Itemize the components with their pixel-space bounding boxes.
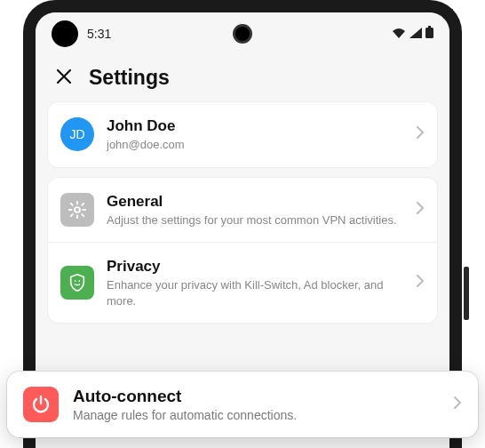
chevron-right-icon bbox=[416, 201, 425, 219]
battery-icon bbox=[425, 26, 433, 42]
shield-icon bbox=[60, 266, 94, 300]
general-text: General Adjust the settings for your mos… bbox=[107, 192, 403, 228]
autoconnect-text: Auto-connect Manage rules for automatic … bbox=[73, 386, 439, 423]
general-row[interactable]: General Adjust the settings for your mos… bbox=[48, 178, 437, 243]
status-avatar-icon bbox=[52, 20, 78, 47]
svg-point-3 bbox=[75, 281, 76, 283]
profile-card: JD John Doe john@doe.com bbox=[48, 102, 437, 167]
chevron-right-icon bbox=[416, 274, 425, 292]
svg-point-2 bbox=[75, 207, 80, 212]
svg-rect-0 bbox=[425, 28, 433, 38]
phone-side-button bbox=[464, 267, 469, 320]
profile-name: John Doe bbox=[107, 116, 403, 136]
gear-icon bbox=[60, 193, 94, 227]
general-subtitle: Adjust the settings for your most common… bbox=[107, 212, 403, 228]
camera-notch-icon bbox=[233, 24, 252, 44]
avatar-initials: JD bbox=[69, 127, 84, 141]
autoconnect-row[interactable]: Auto-connect Manage rules for automatic … bbox=[7, 372, 478, 437]
autoconnect-title: Auto-connect bbox=[73, 386, 439, 407]
status-right bbox=[392, 26, 433, 42]
privacy-row[interactable]: Privacy Enhance your privacy with Kill-S… bbox=[48, 242, 437, 323]
wifi-icon bbox=[392, 26, 406, 42]
page-title: Settings bbox=[89, 66, 170, 90]
svg-point-4 bbox=[78, 281, 80, 283]
chevron-right-icon bbox=[453, 396, 462, 413]
signal-icon bbox=[409, 26, 422, 42]
status-time: 5:31 bbox=[87, 27, 111, 41]
power-icon bbox=[23, 387, 59, 422]
profile-text: John Doe john@doe.com bbox=[107, 116, 403, 153]
avatar: JD bbox=[60, 117, 94, 151]
privacy-text: Privacy Enhance your privacy with Kill-S… bbox=[107, 257, 403, 308]
settings-card: General Adjust the settings for your mos… bbox=[48, 178, 437, 324]
svg-rect-1 bbox=[428, 26, 431, 28]
general-title: General bbox=[107, 192, 403, 212]
settings-list: JD John Doe john@doe.com bbox=[36, 102, 449, 323]
page-header: Settings bbox=[36, 50, 449, 102]
autoconnect-subtitle: Manage rules for automatic connections. bbox=[73, 407, 439, 423]
chevron-right-icon bbox=[416, 125, 425, 143]
privacy-subtitle: Enhance your privacy with Kill-Switch, A… bbox=[107, 277, 403, 308]
profile-email: john@doe.com bbox=[107, 137, 403, 153]
privacy-title: Privacy bbox=[107, 257, 403, 276]
status-bar: 5:31 bbox=[36, 12, 449, 50]
status-left: 5:31 bbox=[52, 20, 111, 47]
profile-row[interactable]: JD John Doe john@doe.com bbox=[48, 102, 437, 167]
close-icon[interactable] bbox=[55, 68, 73, 89]
